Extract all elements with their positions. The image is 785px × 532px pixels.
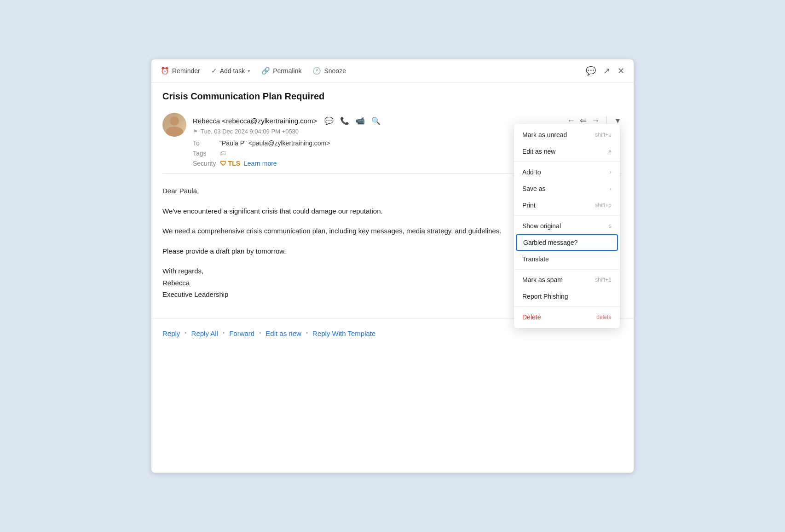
flag-icon: ⚑ (193, 128, 198, 135)
to-value: "Paula P" <paula@zylkertraining.com> (219, 139, 330, 147)
permalink-label: Permalink (273, 67, 301, 75)
add-task-dropdown-icon: ▾ (248, 68, 250, 74)
menu-item-delete[interactable]: Delete delete (514, 309, 620, 325)
menu-divider-3 (514, 269, 620, 270)
edit-as-new-button[interactable]: Edit as new (266, 326, 301, 341)
menu-item-edit-as-new[interactable]: Edit as new e (514, 143, 620, 160)
clock-icon: 🕐 (312, 67, 321, 75)
sender-date: Tue, 03 Dec 2024 9:04:09 PM +0530 (201, 128, 299, 135)
add-task-button[interactable]: ✓ Add task ▾ (211, 67, 250, 75)
menu-item-mark-unread[interactable]: Mark as unread shift+u (514, 127, 620, 143)
dot-3: • (259, 330, 261, 336)
dot-2: • (223, 330, 225, 336)
tls-badge: 🛡 TLS (220, 160, 240, 167)
menu-item-print[interactable]: Print shift+p (514, 197, 620, 214)
reply-all-button[interactable]: Reply All (191, 326, 218, 341)
phone-icon[interactable]: 📞 (340, 116, 349, 125)
reply-with-template-button[interactable]: Reply With Template (312, 326, 375, 341)
snooze-label: Snooze (324, 67, 346, 75)
sender-name: Rebecca <rebecca@zylkertraining.com> (193, 117, 317, 125)
menu-item-report-phishing[interactable]: Report Phishing (514, 288, 620, 305)
open-in-new-icon[interactable]: ↗ (603, 66, 610, 76)
arrow-icon-2: › (610, 185, 612, 192)
dot-4: • (306, 330, 308, 336)
dot-1: • (185, 330, 186, 336)
message-icon[interactable]: 💬 (324, 116, 334, 125)
arrow-icon: › (610, 169, 612, 175)
to-label: To (193, 139, 216, 147)
email-viewer: ⏰ Reminder ✓ Add task ▾ 🔗 Permalink 🕐 Sn… (151, 59, 634, 473)
menu-divider-2 (514, 215, 620, 216)
video-icon[interactable]: 📹 (356, 116, 365, 125)
forward-button[interactable]: Forward (229, 326, 254, 341)
reminder-icon: ⏰ (161, 67, 169, 75)
reminder-button[interactable]: ⏰ Reminder (161, 67, 200, 75)
menu-divider-1 (514, 162, 620, 162)
menu-item-show-original[interactable]: Show original s (514, 218, 620, 234)
tag-icon[interactable]: 🏷 (219, 150, 226, 157)
menu-item-save-as[interactable]: Save as › (514, 180, 620, 197)
security-label: Security (193, 160, 216, 167)
email-subject: Crisis Communication Plan Required (162, 91, 623, 102)
permalink-button[interactable]: 🔗 Permalink (261, 67, 301, 75)
tags-label: Tags (193, 150, 216, 157)
link-icon: 🔗 (261, 67, 270, 75)
reply-button[interactable]: Reply (162, 326, 180, 341)
close-icon[interactable]: ✕ (618, 66, 624, 76)
context-menu: Mark as unread shift+u Edit as new e Add… (514, 124, 620, 328)
menu-item-add-to[interactable]: Add to › (514, 164, 620, 180)
avatar (162, 113, 186, 137)
subject-area: Crisis Communication Plan Required (151, 83, 634, 108)
tls-text: TLS (228, 160, 240, 167)
search-icon[interactable]: 🔍 (371, 116, 381, 125)
menu-divider-4 (514, 306, 620, 307)
add-task-label: Add task (220, 67, 245, 75)
menu-item-garbled-message[interactable]: Garbled message? (516, 234, 618, 251)
menu-item-translate[interactable]: Translate (514, 251, 620, 267)
check-icon: ✓ (211, 67, 217, 75)
snooze-button[interactable]: 🕐 Snooze (312, 67, 346, 75)
menu-item-mark-spam[interactable]: Mark as spam shift+1 (514, 272, 620, 288)
toolbar-right: 💬 ↗ ✕ (586, 66, 624, 76)
header-action-icons: 💬 📞 📹 🔍 (324, 116, 381, 125)
shield-icon: 🛡 (220, 160, 226, 167)
learn-more-link[interactable]: Learn more (244, 160, 277, 167)
reminder-label: Reminder (172, 67, 200, 75)
chat-icon[interactable]: 💬 (586, 66, 596, 76)
email-toolbar: ⏰ Reminder ✓ Add task ▾ 🔗 Permalink 🕐 Sn… (151, 59, 634, 83)
